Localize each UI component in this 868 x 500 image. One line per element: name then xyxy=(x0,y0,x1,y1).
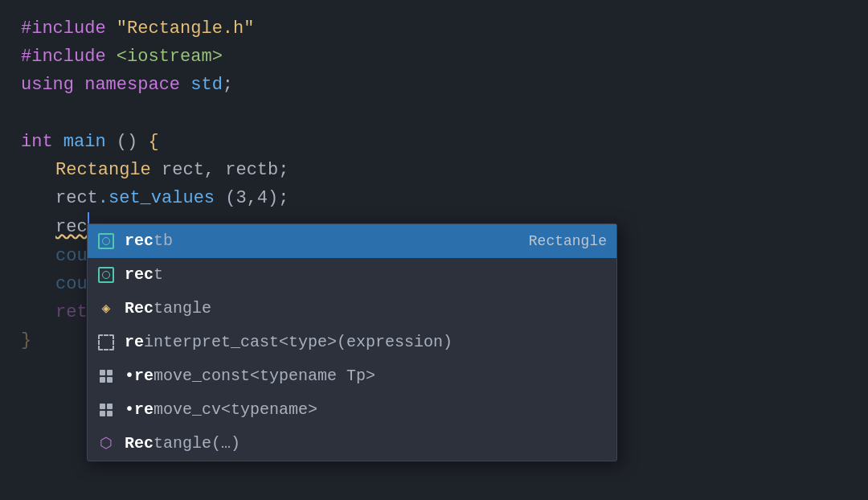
class-icon-rectangle: ◈ xyxy=(96,298,117,319)
fn-main: main xyxy=(63,128,106,156)
code-line-3: using namespace std; xyxy=(0,71,868,99)
iostream-include: <iostream> xyxy=(117,43,223,71)
code-line-7: rect.set_values (3,4); xyxy=(0,184,868,212)
hash-2: # xyxy=(21,43,31,71)
ac-label-remove-const: •remove_const<typename Tp> xyxy=(125,363,607,390)
autocomplete-item-rectb[interactable]: rectb Rectangle xyxy=(88,224,616,258)
code-line-6: Rectangle rect, rectb; xyxy=(0,156,868,184)
kw-namespace: namespace xyxy=(84,71,180,99)
variable-icon-rectb xyxy=(96,231,117,252)
autocomplete-item-remove-const[interactable]: •remove_const<typename Tp> xyxy=(88,359,616,393)
variable-icon-rect xyxy=(96,264,117,285)
code-line-2: #include <iostream> xyxy=(0,43,868,71)
kw-std: std xyxy=(190,71,223,99)
class-rectangle: Rectangle xyxy=(55,156,151,184)
ac-label-rectangle: Rectangle xyxy=(125,295,607,322)
template-icon-remove-const xyxy=(96,366,117,387)
autocomplete-item-remove-cv[interactable]: •remove_cv<typename> xyxy=(88,393,616,427)
ac-label-remove-cv: •remove_cv<typename> xyxy=(125,396,607,424)
file-include: "Rectangle.h" xyxy=(117,14,255,43)
include-1: include xyxy=(31,14,105,43)
open-brace: { xyxy=(148,128,158,156)
code-line-5: int main () { xyxy=(0,128,868,156)
ac-label-rectb: rectb xyxy=(125,227,519,255)
var-rect: rect xyxy=(55,184,98,212)
autocomplete-item-rect[interactable]: rect xyxy=(88,258,616,292)
code-editor[interactable]: #include "Rectangle.h" #include <iostrea… xyxy=(0,0,868,500)
keyword-icon-reinterpret xyxy=(96,332,117,353)
empty-line xyxy=(0,100,868,128)
autocomplete-item-rectangle[interactable]: ◈ Rectangle xyxy=(88,292,616,326)
kw-using: using xyxy=(21,71,74,99)
ac-label-rect: rect xyxy=(125,261,607,289)
ac-type-rectb: Rectangle xyxy=(529,229,607,254)
template-icon-remove-cv xyxy=(96,400,117,420)
code-line-1: #include "Rectangle.h" xyxy=(0,14,868,43)
method-set-values: .set_values xyxy=(98,184,215,212)
autocomplete-dropdown[interactable]: rectb Rectangle rect ◈ Rectangle xyxy=(87,223,617,461)
include-2: include xyxy=(31,43,105,71)
hash-1: # xyxy=(21,14,31,43)
ac-label-reinterpret: reinterpret_cast<type>(expression) xyxy=(125,329,607,356)
vars-rect: rect, rectb; xyxy=(162,156,289,184)
kw-int: int xyxy=(21,128,53,156)
ac-label-rectangle-ctor: Rectangle(…) xyxy=(125,430,607,457)
constructor-icon-rectangle: ⬡ xyxy=(96,433,117,454)
autocomplete-item-reinterpret[interactable]: reinterpret_cast<type>(expression) xyxy=(88,326,616,359)
typed-rec: rec xyxy=(55,213,88,241)
autocomplete-item-rectangle-ctor[interactable]: ⬡ Rectangle(…) xyxy=(88,427,616,461)
